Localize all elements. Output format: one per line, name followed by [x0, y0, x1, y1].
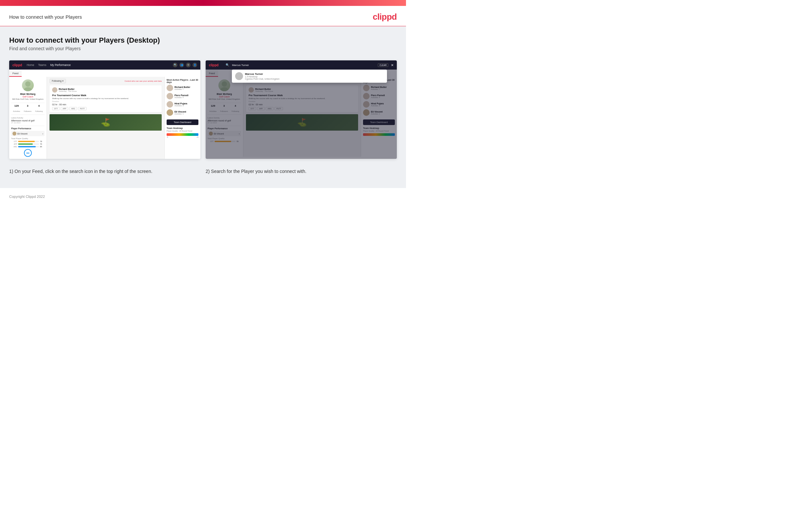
control-link-1[interactable]: Control who can see your activity and da…	[125, 80, 162, 82]
search-result-item-2[interactable]: Marcus Turner 1.5 Handicap Cypress Point…	[235, 72, 384, 80]
stat-followers-1: 3 Followers	[23, 104, 32, 113]
team-dash-btn-1[interactable]: Team Dashboard	[166, 120, 198, 125]
quality-bars-1: OTT 79 APP 70	[11, 140, 45, 148]
activity-avatar-1	[52, 87, 57, 92]
arg-bar-outer-1	[18, 146, 39, 147]
profile-name-1: Blair McHarg	[11, 92, 45, 95]
svg-point-0	[25, 81, 31, 87]
caption-block-2: 2) Search for the Player you wish to con…	[206, 168, 397, 175]
main-content: How to connect with your Players (Deskto…	[0, 26, 406, 188]
activity-username-1: Richard Butler	[59, 88, 159, 90]
search-input-2[interactable]: Marcus Turner	[232, 64, 375, 67]
activity-card-1: Richard Butler Yesterday · The Grove Pre…	[50, 85, 162, 112]
player-item-piers-1: Piers Parnell Activities: 4	[166, 93, 198, 99]
screenshots-row: clippd Home Teams My Performance 🔍 👥 ⚙ 👤…	[9, 60, 397, 159]
heatmap-minus-1: -5	[166, 136, 168, 138]
player-perf-label-1: Player Performance	[11, 126, 45, 130]
player-select-name-1: Eli Vincent	[17, 133, 42, 135]
player-acts-eli-1: Activities: 1	[175, 113, 198, 115]
search-result-handicap-2: 1.5 Handicap	[245, 76, 280, 78]
nav-home-1[interactable]: Home	[27, 64, 34, 67]
search-icon-1[interactable]: 🔍	[173, 63, 178, 67]
header: How to connect with your Players clippd	[0, 6, 406, 26]
stat-following-1: 4 Following	[35, 104, 43, 113]
profile-role-1: Golf Coach	[11, 95, 45, 98]
copyright-text: Copyright Clippd 2022	[9, 195, 45, 199]
search-result-info-2: Marcus Turner 1.5 Handicap Cypress Point…	[245, 73, 280, 80]
caption-text-1: 1) On your Feed, click on the search ico…	[9, 168, 200, 175]
clear-btn-2[interactable]: CLEAR	[378, 64, 388, 67]
nav-teams-1[interactable]: Teams	[38, 64, 46, 67]
svg-point-1	[23, 87, 33, 91]
profile-club-1: Mill Ride Golf Club, United Kingdom	[11, 98, 45, 100]
avatar-icon-1[interactable]: 👤	[192, 63, 197, 67]
nav-myperformance-1[interactable]: My Performance	[50, 64, 70, 67]
ott-bar-fill-1	[18, 141, 35, 142]
section-heading: How to connect with your Players (Deskto…	[9, 36, 397, 45]
search-icon-2[interactable]: 🔍	[226, 64, 229, 67]
settings-icon-1[interactable]: ⚙	[186, 63, 191, 67]
search-result-name-2: Marcus Turner	[245, 73, 280, 76]
caption-text-2: 2) Search for the Player you wish to con…	[206, 168, 397, 175]
heatmap-bar-1	[166, 133, 198, 136]
player-acts-richard-1: Activities: 7	[175, 88, 198, 90]
tag-arg-1: ARG	[69, 107, 77, 110]
tag-ott-1: OTT	[52, 107, 60, 110]
search-result-avatar-2	[235, 72, 243, 80]
right-panel-title-1: Most Active Players - Last 30 days	[166, 79, 198, 83]
player-avatar-piers-1	[166, 93, 173, 99]
stat-activities-1: 129 Activities	[13, 104, 20, 113]
screenshot-2: clippd 🔍 Marcus Turner CLEAR ✕ Marcus Tu…	[206, 60, 397, 159]
caption-block-1: 1) On your Feed, click on the search ico…	[9, 168, 200, 175]
activity-meta-1: Duration	[52, 100, 159, 102]
app-logo-2: clippd	[209, 64, 219, 67]
player-name-hiral-1: Hiral Pujara	[175, 102, 198, 105]
quality-bar-ott-1: OTT 79	[11, 140, 45, 142]
player-avatar-hiral-1	[166, 101, 173, 108]
player-item-eli-1: Eli Vincent Activities: 1	[166, 109, 198, 116]
screenshot-1: clippd Home Teams My Performance 🔍 👥 ⚙ 👤…	[9, 60, 200, 159]
player-info-richard-1: Richard Butler Activities: 7	[175, 86, 198, 90]
middle-panel-1: Following ▾ Control who can see your act…	[47, 77, 164, 159]
app-nav-1: clippd Home Teams My Performance 🔍 👥 ⚙ 👤	[9, 60, 200, 70]
activity-duration-1: 02 hr : 00 min	[52, 103, 159, 106]
tag-putt-1: PUTT	[78, 107, 87, 110]
arg-bar-fill-1	[18, 146, 36, 147]
latest-activity-label-1: Latest Activity	[11, 117, 45, 119]
people-icon-1[interactable]: 👥	[179, 63, 184, 67]
app-logo-1: clippd	[12, 64, 22, 67]
score-circle-1: 84	[24, 149, 32, 157]
quality-label-1: Total Player Quality	[11, 137, 45, 139]
app-nav-icons-1: 🔍 👥 ⚙ 👤	[173, 63, 197, 67]
player-select-1[interactable]: Eli Vincent ▾	[11, 131, 45, 136]
top-bar	[0, 0, 406, 6]
app-bar-fill-1	[18, 143, 33, 145]
captions-row: 1) On your Feed, click on the search ico…	[9, 168, 397, 175]
latest-activity-text-1: Afternoon round of golf	[11, 120, 45, 122]
activity-user-row-1: Richard Butler Yesterday · The Grove	[52, 87, 159, 92]
following-btn-1[interactable]: Following ▾	[50, 79, 66, 83]
app-nav-items-1: Home Teams My Performance	[27, 64, 70, 67]
heatmap-label-1: Team Heatmap	[166, 127, 198, 129]
feed-tab-1[interactable]: Feed	[9, 71, 21, 77]
activity-tags-1: OTT APP ARG PUTT	[52, 107, 159, 110]
heatmap-sublabel-1: Player Quality · 20 Round Trend	[166, 130, 198, 132]
right-panel-1: Most Active Players - Last 30 days Richa…	[164, 77, 200, 159]
search-result-club-2: Cypress Point Club, United Kingdom	[245, 78, 280, 80]
close-btn-2[interactable]: ✕	[391, 64, 393, 67]
stats-row-1: 129 Activities 3 Followers 4 Following	[11, 103, 45, 115]
left-panel-1: Blair McHarg Golf Coach Mill Ride Golf C…	[9, 77, 47, 159]
heatmap-plus-1: +5	[196, 136, 198, 138]
activity-desc-1: Walking the course with my coach to buil…	[52, 97, 159, 99]
app-bar-outer-1	[18, 143, 39, 145]
player-item-richard-1: Richard Butler Activities: 7	[166, 85, 198, 91]
dark-overlay-2	[206, 70, 397, 159]
latest-activity-date-1: 27 Jul 2022	[11, 122, 45, 124]
quality-bar-arg-1: ARG 84	[11, 146, 45, 148]
player-select-avatar-1	[12, 132, 16, 135]
player-avatar-richard-1	[166, 85, 173, 91]
tag-app-1: APP	[61, 107, 68, 110]
golfer-image-1: ⛳	[101, 118, 110, 127]
section-subheading: Find and connect with your Players	[9, 46, 397, 51]
app-nav-2: clippd 🔍 Marcus Turner CLEAR ✕	[206, 60, 397, 70]
